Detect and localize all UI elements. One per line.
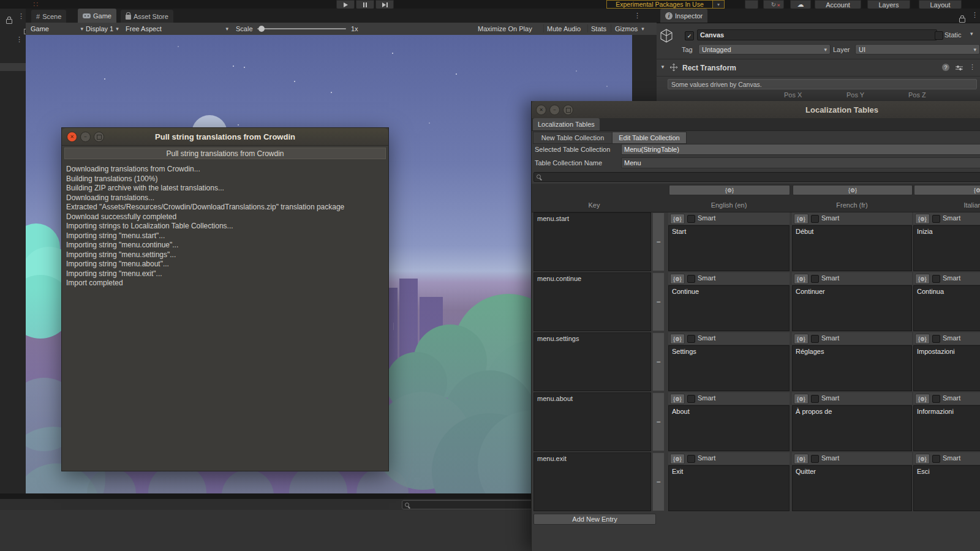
active-checkbox[interactable]: ✓ — [685, 31, 694, 40]
table-search-input[interactable] — [533, 172, 980, 182]
smart-checkbox[interactable] — [811, 455, 819, 463]
metadata-button[interactable]: {⚙} — [670, 214, 685, 224]
column-header-english[interactable]: English (en) — [668, 201, 790, 209]
metadata-button[interactable]: {⚙} — [670, 274, 685, 284]
kebab-menu-icon[interactable]: ⋮ — [634, 12, 641, 20]
stats-toggle[interactable]: Stats — [591, 24, 606, 33]
table-collection-name-field[interactable]: Menu — [621, 157, 980, 168]
remove-entry-button[interactable]: − — [652, 392, 665, 451]
pull-translations-button[interactable]: Pull string translations from Crowdin — [64, 148, 386, 159]
smart-checkbox[interactable] — [932, 335, 940, 343]
tab-game[interactable]: Game — [78, 9, 116, 23]
column-header-italian[interactable]: Italian (it) — [913, 201, 980, 209]
smart-checkbox[interactable] — [811, 395, 819, 403]
remove-entry-button[interactable]: − — [652, 332, 665, 391]
static-dropdown-icon[interactable]: ▾ — [970, 31, 973, 37]
tab-localization-tables[interactable]: Localization Tables — [533, 118, 600, 130]
kebab-menu-icon[interactable]: ⋮ — [969, 63, 976, 71]
metadata-button[interactable]: {⚙} — [794, 394, 809, 404]
minimize-button[interactable]: − — [549, 105, 560, 115]
object-name-field[interactable]: Canvas — [697, 29, 937, 40]
collab-button[interactable]: ↻ ✕ — [763, 0, 784, 9]
layout-dropdown[interactable]: Layout — [919, 0, 962, 9]
smart-checkbox[interactable] — [687, 455, 695, 463]
add-new-entry-button[interactable]: Add New Entry — [533, 514, 656, 525]
metadata-button[interactable]: {⚙} — [915, 454, 930, 464]
edit-table-collection-button[interactable]: Edit Table Collection — [612, 132, 687, 144]
cloud-button[interactable]: ☁ — [790, 0, 811, 9]
tag-dropdown[interactable]: Untagged ▾ — [698, 44, 831, 54]
translation-field[interactable]: Continuer — [792, 285, 912, 331]
translation-field[interactable]: Settings — [668, 345, 790, 391]
column-header-french[interactable]: French (fr) — [792, 201, 912, 209]
smart-checkbox[interactable] — [932, 395, 940, 403]
metadata-button[interactable]: {⚙} — [915, 334, 930, 344]
presets-icon[interactable] — [956, 65, 963, 71]
game-target-dropdown[interactable]: Game ▾ — [28, 24, 86, 33]
account-dropdown[interactable]: Account — [815, 0, 861, 9]
translation-field[interactable]: Exit — [668, 465, 790, 511]
column-settings-button[interactable]: {⚙} — [793, 185, 913, 195]
metadata-button[interactable]: {⚙} — [915, 394, 930, 404]
key-cell[interactable]: menu.about — [533, 392, 651, 451]
metadata-button[interactable]: {⚙} — [794, 454, 809, 464]
translation-field[interactable]: About — [668, 405, 790, 451]
crowdin-dialog-titlebar[interactable]: Pull string translations from Crowdin ✕ … — [62, 128, 388, 146]
column-settings-button[interactable]: {⚙} — [914, 185, 980, 195]
smart-checkbox[interactable] — [687, 215, 695, 223]
experimental-packages-dropdown[interactable]: ▾ — [712, 0, 725, 9]
foldout-icon[interactable]: ▼ — [660, 64, 665, 70]
mute-audio-toggle[interactable]: Mute Audio — [547, 24, 581, 33]
kebab-menu-icon[interactable]: ⋮ — [16, 36, 23, 43]
play-button[interactable] — [336, 0, 355, 9]
key-cell[interactable]: menu.start — [533, 212, 651, 271]
translation-field[interactable]: Inizia — [913, 225, 980, 271]
maximize-on-play-toggle[interactable]: Maximize On Play — [478, 24, 532, 33]
smart-checkbox[interactable] — [932, 215, 940, 223]
static-checkbox[interactable] — [935, 31, 943, 40]
translation-field[interactable]: Continua — [913, 285, 980, 331]
layer-dropdown[interactable]: UI ▾ — [855, 44, 980, 54]
translation-field[interactable]: Start — [668, 225, 790, 271]
tab-inspector[interactable]: i Inspector — [660, 9, 707, 23]
smart-checkbox[interactable] — [687, 275, 695, 283]
scale-slider-knob[interactable] — [258, 26, 265, 32]
translation-field[interactable]: Quitter — [792, 465, 912, 511]
smart-checkbox[interactable] — [932, 275, 940, 283]
remove-entry-button[interactable]: − — [652, 452, 665, 511]
layers-dropdown[interactable]: Layers — [867, 0, 910, 9]
lock-icon[interactable] — [6, 19, 12, 24]
metadata-button[interactable]: {⚙} — [670, 334, 685, 344]
scale-slider-track[interactable] — [257, 28, 346, 29]
smart-checkbox[interactable] — [687, 395, 695, 403]
smart-checkbox[interactable] — [932, 455, 940, 463]
key-cell[interactable]: menu.settings — [533, 332, 651, 391]
custom-tool-icon[interactable]: ⸬ — [34, 1, 38, 8]
maximize-button[interactable] — [563, 105, 573, 115]
aspect-dropdown[interactable]: Free Aspect ▾ — [126, 24, 228, 33]
key-cell[interactable]: menu.continue — [533, 272, 651, 331]
metadata-button[interactable]: {⚙} — [670, 454, 685, 464]
translation-field[interactable]: Continue — [668, 285, 790, 331]
tab-asset-store[interactable]: Asset Store — [121, 10, 173, 23]
undo-history-button[interactable] — [745, 0, 758, 9]
kebab-menu-icon[interactable]: ⋮ — [971, 11, 978, 19]
smart-checkbox[interactable] — [687, 335, 695, 343]
metadata-button[interactable]: {⚙} — [670, 394, 685, 404]
display-dropdown[interactable]: Display 1 ▾ — [86, 24, 119, 33]
new-table-collection-button[interactable]: New Table Collection — [533, 132, 612, 144]
remove-entry-button[interactable]: − — [652, 212, 665, 271]
metadata-button[interactable]: {⚙} — [915, 274, 930, 284]
translation-field[interactable]: Esci — [913, 465, 980, 511]
help-icon[interactable]: ? — [942, 64, 949, 71]
column-settings-button[interactable]: {⚙} — [669, 185, 790, 195]
metadata-button[interactable]: {⚙} — [794, 214, 809, 224]
rect-transform-header[interactable]: ▼ Rect Transform ? ⋮ — [657, 59, 980, 77]
remove-entry-button[interactable]: − — [652, 272, 665, 331]
key-cell[interactable]: menu.exit — [533, 452, 651, 511]
key-column-header[interactable]: Key — [533, 201, 655, 209]
collapsed-panel-strip[interactable] — [0, 63, 26, 71]
maximize-button[interactable] — [94, 132, 104, 142]
kebab-menu-icon[interactable]: ⋮ — [18, 12, 24, 20]
pause-button[interactable] — [356, 0, 374, 9]
